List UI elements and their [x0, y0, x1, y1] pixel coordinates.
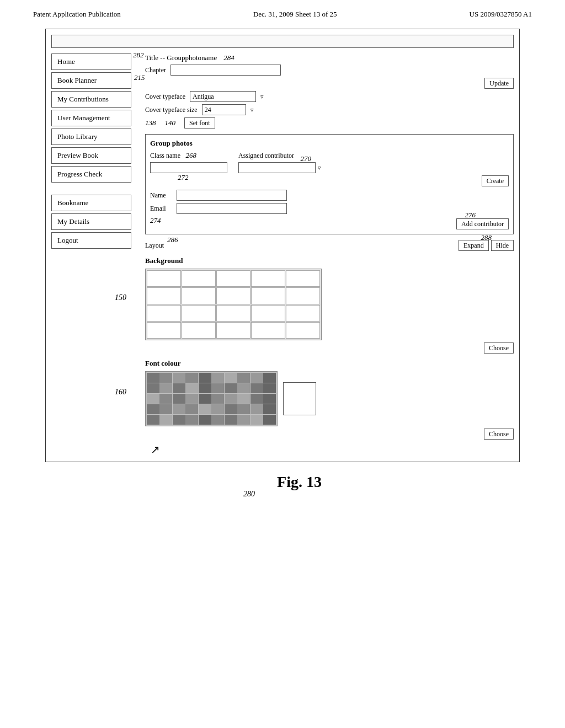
annot-215: 215: [134, 73, 145, 82]
colour-cell: [263, 383, 276, 393]
set-font-button[interactable]: Set font: [184, 117, 215, 129]
figure-caption: Fig. 13: [277, 473, 322, 491]
bg-cell: [251, 287, 285, 304]
dropdown-arrow-2: ▿: [250, 106, 254, 114]
cover-typeface-size-select-wrapper: [202, 104, 246, 115]
colour-cell: [237, 415, 250, 425]
sidebar-item-my-details[interactable]: My Details: [51, 213, 131, 230]
sidebar-item-book-planner[interactable]: Book Planner: [51, 72, 131, 89]
colour-cell: [250, 383, 263, 393]
annot-270: 270: [301, 154, 312, 163]
dropdown-arrow-1: ▿: [260, 93, 264, 100]
email-label: Email: [150, 205, 172, 213]
fig-number-area: 280: [243, 473, 255, 499]
bg-cell: [216, 270, 250, 287]
colour-grid: [145, 371, 278, 426]
colour-cell: [199, 394, 211, 404]
sidebar-item-home[interactable]: Home: [51, 53, 131, 70]
font-set-row: 138 140 Set font: [145, 117, 514, 129]
group-photos-title: Group photos: [150, 139, 509, 148]
diagram-inner: 282 Home Book Planner My Contributions U…: [51, 53, 514, 456]
email-row: Email: [150, 203, 509, 214]
colour-cell: [250, 415, 263, 425]
title-label: Title -- Groupphotoname: [145, 53, 217, 62]
colour-cell: [225, 404, 237, 414]
colour-cell: [211, 373, 224, 383]
colour-cell: [185, 404, 198, 414]
cover-typeface-size-row: Cover typeface size ▿: [145, 104, 514, 115]
sidebar-item-preview-book[interactable]: Preview Book: [51, 147, 131, 164]
arrow-area: ↗: [145, 440, 514, 456]
colour-cell: [199, 415, 211, 425]
annot-276: 276: [465, 211, 476, 220]
class-name-label: Class name: [150, 152, 180, 159]
annot-286: 286: [167, 235, 178, 244]
chapter-input[interactable]: [170, 65, 281, 76]
sidebar-item-my-contributions[interactable]: My Contributions: [51, 91, 131, 108]
update-button[interactable]: Update: [484, 78, 514, 89]
sidebar-item-logout[interactable]: Logout: [51, 232, 131, 249]
figure-caption-text: Fig. 13: [277, 473, 322, 491]
class-name-col: Class name 268: [150, 151, 227, 173]
colour-cell: [225, 394, 237, 404]
colour-cell: [237, 394, 250, 404]
colour-cell: [211, 404, 224, 414]
name-input[interactable]: [177, 190, 287, 201]
colour-cell: [199, 373, 211, 383]
colour-cell: [159, 373, 172, 383]
colour-cell: [199, 383, 211, 393]
colour-cell: [211, 415, 224, 425]
create-button[interactable]: Create: [482, 175, 509, 186]
bg-cell: [216, 287, 250, 304]
cover-typeface-size-label: Cover typeface size: [145, 106, 198, 114]
colour-cell: [185, 394, 198, 404]
annot-272: 272: [178, 173, 189, 182]
colour-cell: [159, 404, 172, 414]
add-contributor-row: 274 276 Add contributor: [150, 218, 509, 229]
annot-274: 274: [150, 216, 161, 225]
background-section: Background 150: [145, 256, 514, 354]
colour-cell: [173, 394, 185, 404]
background-label: Background: [145, 256, 514, 265]
cover-typeface-input[interactable]: [190, 91, 256, 102]
bg-cell: [286, 305, 320, 322]
header-left: Patent Application Publication: [33, 10, 121, 19]
colour-cell: [211, 383, 224, 393]
update-row: 215 Update: [145, 78, 514, 89]
cover-typeface-size-input[interactable]: [202, 104, 246, 115]
hide-button[interactable]: Hide: [491, 240, 514, 251]
class-name-label-row: Class name 268: [150, 151, 227, 160]
assigned-contributor-col: Assigned contributor 270 ▿: [238, 151, 321, 173]
assigned-contrib-input-row: 270 ▿: [238, 162, 321, 173]
sidebar-item-progress-check[interactable]: Progress Check: [51, 166, 131, 183]
top-search-bar[interactable]: [51, 35, 514, 48]
colour-cell: [185, 415, 198, 425]
add-contributor-button[interactable]: Add contributor: [456, 218, 509, 229]
background-grid: [145, 269, 322, 340]
colour-cell: [147, 373, 159, 383]
bg-cell: [182, 287, 216, 304]
colour-cell: [237, 373, 250, 383]
choose-button-1[interactable]: Choose: [484, 342, 514, 354]
sidebar-item-bookname[interactable]: Bookname: [51, 195, 131, 211]
layout-row: 286 288 Layout Expand Hide: [145, 240, 514, 251]
colour-cell: [173, 383, 185, 393]
sidebar-item-user-management[interactable]: User Management: [51, 110, 131, 126]
bg-cell: [147, 322, 181, 339]
colour-cell: [199, 404, 211, 414]
bg-cell: [147, 270, 181, 287]
bg-cell: [251, 322, 285, 339]
font-colour-label: Font colour: [145, 359, 514, 368]
email-input[interactable]: [177, 203, 287, 214]
header-right: US 2009/0327850 A1: [470, 10, 532, 19]
bg-cell: [147, 305, 181, 322]
assigned-contributor-input[interactable]: [238, 162, 316, 173]
choose-button-2[interactable]: Choose: [484, 429, 514, 440]
diagram-outer: 282 Home Book Planner My Contributions U…: [45, 29, 520, 462]
colour-cell: [263, 415, 276, 425]
colour-cell: [250, 394, 263, 404]
sidebar-item-photo-library[interactable]: Photo Library: [51, 129, 131, 145]
colour-cell: [159, 394, 172, 404]
header-middle: Dec. 31, 2009 Sheet 13 of 25: [253, 10, 337, 19]
class-name-input[interactable]: [150, 162, 227, 173]
